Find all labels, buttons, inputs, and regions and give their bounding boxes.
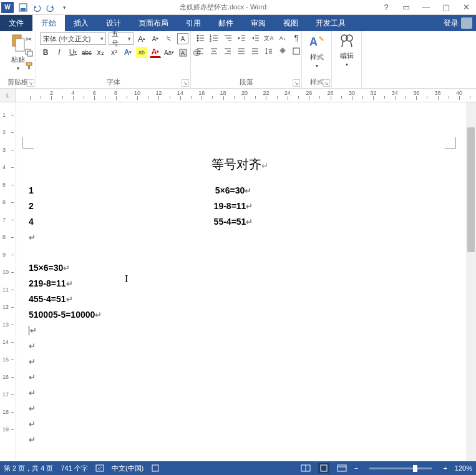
- increase-indent-button[interactable]: [250, 32, 261, 44]
- styles-button[interactable]: A 样式 ▾: [308, 32, 326, 69]
- zoom-slider[interactable]: [369, 468, 432, 469]
- title-bar: W ▾ 念奴娇赤壁怀古.docx - Word ? ▭ — ▢ ✕: [0, 0, 476, 15]
- clipboard-launcher-icon[interactable]: ↘: [27, 79, 34, 87]
- svg-rect-59: [152, 465, 158, 471]
- svg-rect-62: [321, 465, 327, 471]
- format-painter-icon[interactable]: [23, 60, 34, 71]
- document-page[interactable]: I 等号对齐↵ 15×6=30↵ 219-8=11↵ 455-4=51↵ ↵ 1…: [16, 102, 476, 461]
- maximize-button[interactable]: ▢: [436, 1, 456, 14]
- vertical-ruler[interactable]: 12345678910111213141516171819: [0, 102, 16, 461]
- document-area: 12345678910111213141516171819 I 等号对齐↵ 15…: [0, 102, 476, 461]
- zoom-in-button[interactable]: +: [443, 464, 447, 472]
- highlight-button[interactable]: ab: [136, 47, 147, 58]
- save-icon[interactable]: [17, 2, 29, 13]
- word-count[interactable]: 741 个字: [61, 464, 87, 473]
- web-layout-icon[interactable]: [337, 464, 347, 472]
- close-button[interactable]: ✕: [456, 1, 476, 14]
- align-center-button[interactable]: [208, 46, 220, 57]
- change-case-button[interactable]: Aa▾: [163, 47, 175, 58]
- align-right-button[interactable]: [222, 46, 233, 57]
- margin-corner-tl: [22, 137, 34, 149]
- tab-mailings[interactable]: 邮件: [210, 15, 242, 31]
- minimize-button[interactable]: —: [416, 1, 436, 14]
- paragraph-launcher-icon[interactable]: ↘: [293, 79, 300, 87]
- avatar-icon: [461, 17, 472, 29]
- font-launcher-icon[interactable]: ↘: [182, 79, 189, 87]
- redo-icon[interactable]: [45, 2, 56, 13]
- subscript-button[interactable]: x₂: [95, 47, 106, 58]
- tab-selector[interactable]: L: [0, 89, 16, 102]
- editing-button[interactable]: 编辑 ▾: [339, 32, 355, 67]
- cut-icon[interactable]: ✂: [23, 34, 34, 45]
- align-left-button[interactable]: [195, 46, 206, 57]
- shrink-font-button[interactable]: A▾: [150, 33, 161, 44]
- file-tab[interactable]: 文件: [0, 15, 32, 31]
- word-app-icon: W: [1, 2, 14, 13]
- undo-icon[interactable]: [31, 2, 42, 13]
- svg-text:A: A: [309, 36, 318, 48]
- grow-font-button[interactable]: A▴: [136, 33, 147, 44]
- font-size-select[interactable]: 五号: [109, 32, 134, 45]
- vertical-scrollbar[interactable]: [466, 102, 476, 461]
- distribute-button[interactable]: [250, 46, 261, 57]
- align-justify-button[interactable]: [236, 46, 247, 57]
- svg-rect-52: [293, 48, 299, 54]
- font-name-select[interactable]: 宋体 (中文正文): [40, 32, 106, 45]
- horizontal-ruler[interactable]: L 246810121416182022242628303234363840: [0, 89, 476, 102]
- tab-layout[interactable]: 页面布局: [130, 15, 177, 31]
- borders-button[interactable]: [291, 46, 302, 57]
- ribbon-options-button[interactable]: ▭: [396, 1, 416, 14]
- document-content[interactable]: 等号对齐↵ 15×6=30↵ 219-8=11↵ 455-4=51↵ ↵ 15×…: [29, 156, 451, 448]
- styles-launcher-icon[interactable]: ↘: [323, 79, 330, 87]
- help-button[interactable]: ?: [376, 1, 396, 14]
- ruler-scale[interactable]: 246810121416182022242628303234363840: [16, 89, 476, 102]
- superscript-button[interactable]: x²: [109, 47, 120, 58]
- group-editing: 编辑 ▾: [332, 31, 362, 88]
- language-indicator[interactable]: 中文(中国): [112, 464, 143, 473]
- show-marks-button[interactable]: ¶: [291, 32, 302, 44]
- styles-label: 样式: [310, 52, 324, 62]
- tab-references[interactable]: 引用: [177, 15, 210, 31]
- italic-button[interactable]: I: [54, 47, 65, 58]
- tab-home[interactable]: 开始: [32, 15, 65, 31]
- strikethrough-button[interactable]: abc: [81, 47, 92, 58]
- copy-icon[interactable]: [23, 47, 34, 58]
- bullets-button[interactable]: [195, 32, 206, 44]
- page-indicator[interactable]: 第 2 页，共 4 页: [4, 464, 53, 473]
- login-label: 登录: [444, 18, 459, 29]
- multilevel-list-button[interactable]: [222, 32, 233, 44]
- spellcheck-icon[interactable]: [95, 464, 104, 473]
- phonetic-guide-button[interactable]: ⺀: [163, 33, 175, 44]
- tab-insert[interactable]: 插入: [65, 15, 97, 31]
- zoom-out-button[interactable]: −: [354, 464, 358, 472]
- sort-button[interactable]: A↓: [277, 32, 288, 44]
- numbering-button[interactable]: 123: [208, 32, 220, 44]
- char-border-button[interactable]: A: [177, 33, 188, 44]
- text-effects-button[interactable]: A▾: [122, 47, 134, 58]
- bold-button[interactable]: B: [40, 47, 51, 58]
- char-shading-button[interactable]: A: [177, 47, 188, 58]
- svg-text:3: 3: [210, 39, 211, 42]
- line-spacing-button[interactable]: [263, 46, 274, 57]
- tab-view[interactable]: 视图: [274, 15, 307, 31]
- read-mode-icon[interactable]: [301, 464, 311, 472]
- font-color-button[interactable]: A▾: [150, 47, 161, 58]
- ribbon-tabs: 文件 开始 插入 设计 页面布局 引用 邮件 审阅 视图 开发工具 登录: [0, 15, 476, 31]
- insert-mode-icon[interactable]: [151, 464, 160, 473]
- login-button[interactable]: 登录: [440, 15, 476, 31]
- tab-developer[interactable]: 开发工具: [307, 15, 354, 31]
- scroll-thumb[interactable]: [467, 127, 475, 252]
- underline-button[interactable]: U▾: [67, 47, 79, 58]
- tab-review[interactable]: 审阅: [242, 15, 274, 31]
- zoom-level[interactable]: 120%: [455, 464, 472, 472]
- svg-rect-5: [27, 51, 32, 56]
- decrease-indent-button[interactable]: [236, 32, 247, 44]
- print-layout-icon[interactable]: [318, 463, 329, 473]
- paragraph-group-label: 段落: [195, 76, 298, 88]
- text-direction-button[interactable]: 文A: [263, 32, 274, 44]
- svg-point-16: [197, 40, 199, 42]
- ribbon: 粘贴 ▾ ✂ 剪贴板 ↘ 宋体 (中文正文) 五号 A▴ A▾ ⺀ A B I: [0, 31, 476, 89]
- shading-button[interactable]: [277, 46, 288, 57]
- editing-label: 编辑: [340, 51, 354, 61]
- qat-dropdown-icon[interactable]: ▾: [59, 2, 70, 13]
